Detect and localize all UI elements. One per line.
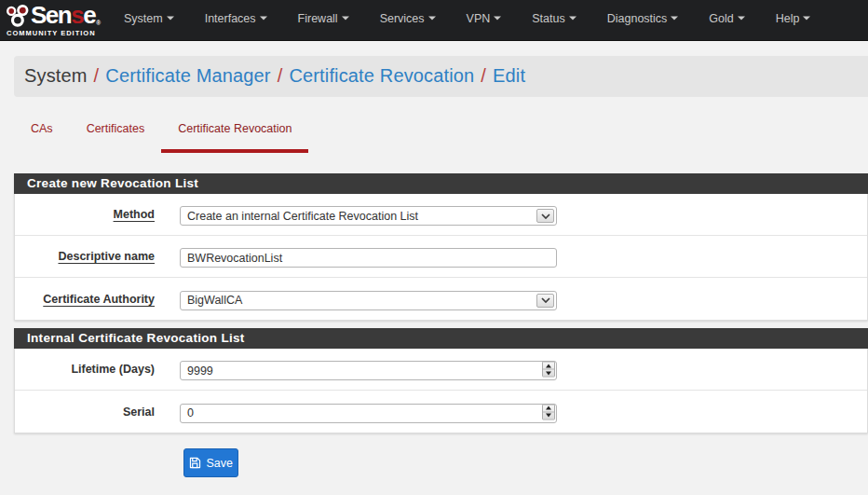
panel-title: Create new Revocation List: [14, 173, 868, 194]
tab-certificates[interactable]: Certificates: [70, 115, 162, 153]
form-row-serial: Serial: [15, 391, 867, 433]
tab-bar: CAs Certificates Certificate Revocation: [14, 115, 868, 153]
breadcrumb-link-edit[interactable]: Edit: [493, 65, 525, 86]
caret-down-icon: [569, 16, 576, 20]
menu-item-diagnostics[interactable]: Diagnostics: [591, 0, 694, 38]
number-spinner[interactable]: [542, 362, 555, 378]
number-spinner[interactable]: [542, 404, 555, 419]
panel-title: Internal Certificate Revocation List: [14, 328, 868, 349]
descriptive-name-input[interactable]: [180, 248, 557, 268]
tab-certificate-revocation[interactable]: Certificate Revocation: [161, 115, 308, 153]
caret-down-icon: [738, 16, 745, 20]
pfsense-logo-icon: [5, 4, 31, 27]
certificate-authority-label: Certificate Authority: [15, 293, 180, 306]
edition-label: COMMUNITY EDITION: [7, 29, 97, 37]
lifetime-input[interactable]: [180, 361, 557, 380]
chevron-down-icon: [541, 297, 550, 303]
spinner-up-icon[interactable]: [543, 405, 554, 412]
breadcrumb: System/Certificate Manager/Certificate R…: [14, 56, 868, 97]
panel-create-new-revocation-list: Create new Revocation List Method Create…: [14, 173, 868, 321]
breadcrumb-link-certificate-manager[interactable]: Certificate Manager: [105, 65, 270, 86]
select-dropdown-button[interactable]: [536, 294, 554, 308]
menu-item-interfaces[interactable]: Interfaces: [189, 0, 282, 38]
chevron-down-icon: [541, 213, 550, 219]
page-content: Create new Revocation List Method Create…: [0, 173, 868, 477]
pfsense-logo[interactable]: Sense® COMMUNITY EDITION: [0, 4, 97, 38]
top-navbar: Sense® COMMUNITY EDITION System Interfac…: [0, 0, 868, 41]
caret-down-icon: [260, 16, 267, 20]
breadcrumb-root: System: [24, 65, 88, 86]
certificate-authority-select[interactable]: BigWallCA: [180, 291, 557, 310]
descriptive-name-label: Descriptive name: [15, 250, 180, 263]
menu-item-gold[interactable]: Gold: [694, 0, 760, 38]
caret-down-icon: [803, 16, 810, 20]
menu-item-vpn[interactable]: VPN: [451, 0, 517, 38]
tab-cas[interactable]: CAs: [14, 115, 70, 153]
form-row-lifetime: Lifetime (Days): [15, 349, 867, 391]
save-icon: [189, 457, 201, 469]
form-row-certificate-authority: Certificate Authority BigWallCA: [15, 278, 867, 320]
caret-down-icon: [671, 16, 678, 20]
menu-item-firewall[interactable]: Firewall: [282, 0, 364, 38]
serial-label: Serial: [15, 406, 180, 419]
method-label: Method: [15, 208, 180, 221]
caret-down-icon: [428, 16, 436, 20]
menu-item-services[interactable]: Services: [364, 0, 451, 38]
caret-down-icon: [342, 16, 349, 20]
spinner-up-icon[interactable]: [543, 363, 554, 370]
serial-input[interactable]: [180, 404, 557, 423]
form-row-descriptive-name: Descriptive name: [15, 236, 867, 278]
method-select[interactable]: Create an internal Certificate Revocatio…: [180, 206, 557, 226]
spinner-down-icon[interactable]: [543, 412, 554, 419]
breadcrumb-separator: /: [474, 65, 493, 86]
select-dropdown-button[interactable]: [536, 209, 554, 223]
breadcrumb-separator: /: [271, 65, 290, 86]
menu-item-help[interactable]: Help: [760, 0, 826, 38]
form-row-method: Method Create an internal Certificate Re…: [15, 194, 867, 236]
panel-internal-certificate-revocation-list: Internal Certificate Revocation List Lif…: [14, 328, 868, 433]
breadcrumb-separator: /: [88, 65, 106, 86]
save-button[interactable]: Save: [183, 448, 238, 477]
menu-item-status[interactable]: Status: [517, 0, 591, 38]
main-menu: System Interfaces Firewall Services VPN …: [109, 0, 826, 38]
breadcrumb-link-certificate-revocation[interactable]: Certificate Revocation: [289, 65, 474, 86]
caret-down-icon: [494, 16, 501, 20]
caret-down-icon: [167, 16, 174, 20]
registered-mark: ®: [96, 20, 101, 26]
lifetime-label: Lifetime (Days): [15, 363, 180, 376]
spinner-down-icon[interactable]: [543, 370, 554, 377]
menu-item-system[interactable]: System: [109, 0, 190, 38]
form-actions: Save: [0, 433, 868, 477]
